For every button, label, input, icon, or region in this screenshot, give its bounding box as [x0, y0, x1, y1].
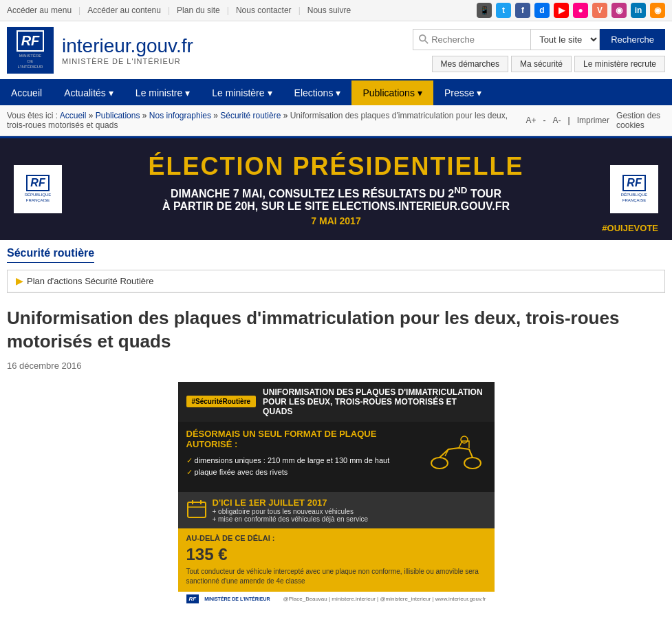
breadcrumb: Vous êtes ici : Accueil » Publications »…: [7, 111, 526, 130]
mes-demarches-button[interactable]: Mes démarches: [432, 56, 508, 72]
election-title: ÉLECTION PRÉSIDENTIELLE: [21, 152, 651, 181]
separator: |: [568, 116, 570, 125]
sidebar-nav: ▶ Plan d'actions Sécurité Routière: [7, 270, 665, 293]
top-bar: Accéder au menu | Accéder au contenu | P…: [0, 0, 672, 21]
breadcrumb-infographies[interactable]: Nos infographies: [149, 111, 211, 120]
twitter-icon[interactable]: t: [496, 3, 511, 18]
footer-logo: RF MINISTÈRE DE L'INTÉRIEUR: [186, 594, 270, 603]
mobile-icon[interactable]: 📱: [477, 3, 492, 18]
election-date: 7 MAI 2017: [21, 215, 651, 226]
ma-securite-button[interactable]: Ma sécurité: [511, 56, 572, 72]
dailymotion-icon[interactable]: d: [534, 3, 550, 18]
breadcrumb-home[interactable]: Accueil: [60, 111, 87, 120]
bullet-1: dimensions uniques : 210 mm de large et …: [186, 455, 424, 466]
search-icon: [419, 34, 429, 44]
search-scope-select[interactable]: Tout le site: [531, 29, 600, 50]
main-nav: Accueil Actualités ▾ Le ministre ▾ Le mi…: [0, 80, 672, 105]
dropdown-arrow-elections: ▾: [336, 87, 340, 98]
footer-logo-text: MINISTÈRE DE L'INTÉRIEUR: [204, 597, 270, 601]
nav-actualites[interactable]: Actualités ▾: [53, 80, 124, 105]
infographic: #SécuritéRoutière UNIFORMISATION DES PLA…: [178, 382, 495, 606]
cookies-link[interactable]: Gestion des cookies: [616, 111, 665, 130]
election-subtitle: DIMANCHE 7 MAI, CONSULTEZ LES RÉSULTATS …: [21, 185, 651, 213]
main-content: Sécurité routière ▶ Plan d'actions Sécur…: [0, 240, 672, 627]
social-icons: 📱 t f d ▶ ● V ◉ in ◉: [477, 3, 665, 18]
svg-line-1: [425, 41, 428, 43]
penalty-label: AU-DELÀ DE CE DÉLAI :: [186, 534, 486, 542]
article-title: Uniformisation des plaques d'immatricula…: [7, 307, 665, 354]
svg-point-0: [420, 35, 426, 41]
nav-elections[interactable]: Elections ▾: [283, 80, 352, 105]
viadeo-icon[interactable]: V: [592, 3, 607, 18]
section-title-link[interactable]: Sécurité routière: [7, 247, 94, 259]
infographic-main-label: DÉSORMAIS UN SEUL FORMAT DE PLAQUE AUTOR…: [186, 429, 424, 449]
bullet-2: plaque fixée avec des rivets: [186, 466, 424, 478]
separator: -: [543, 116, 546, 125]
dropdown-arrow-ministre: ▾: [185, 87, 190, 98]
svg-point-3: [464, 458, 481, 469]
search-button[interactable]: Recherche: [600, 29, 665, 50]
nav-ministre[interactable]: Le ministre ▾: [124, 80, 201, 105]
election-logo-left: RF RÉPUBLIQUEFRANÇAISE: [14, 165, 62, 213]
sidebar-nav-item[interactable]: ▶ Plan d'actions Sécurité Routière: [8, 270, 664, 292]
svg-point-4: [461, 436, 468, 443]
breadcrumb-securite[interactable]: Sécurité routière: [220, 111, 281, 120]
separator: |: [299, 6, 301, 15]
youtube-icon[interactable]: ▶: [554, 3, 569, 18]
top-bar-links: Accéder au menu | Accéder au contenu | P…: [7, 6, 351, 15]
svg-point-2: [431, 458, 448, 469]
separator: |: [78, 6, 80, 15]
ministry-logo: RF MINISTÈREDEL'INTÉRIEUR: [7, 27, 54, 74]
topbar-link-menu[interactable]: Accéder au menu: [7, 6, 72, 15]
facebook-icon[interactable]: f: [515, 3, 530, 18]
search-input[interactable]: [429, 32, 525, 47]
flickr-icon[interactable]: ●: [573, 3, 588, 18]
site-branding: interieur.gouv.fr MINISTÈRE DE L'INTÉRIE…: [62, 35, 193, 65]
font-size-plus[interactable]: A+: [526, 116, 536, 125]
rf-logo-right: RF: [622, 175, 645, 191]
breadcrumb-right: A+ - A- | Imprimer Gestion des cookies: [526, 111, 665, 130]
infographic-footer: RF MINISTÈRE DE L'INTÉRIEUR @Place_Beauv…: [178, 592, 495, 606]
infographic-bullets: dimensions uniques : 210 mm de large et …: [186, 455, 424, 478]
linkedin-icon[interactable]: in: [631, 3, 646, 18]
nav-accueil[interactable]: Accueil: [0, 80, 53, 105]
election-hashtag: #OUIJEVOTE: [602, 223, 658, 233]
sidebar-item-label: Plan d'actions Sécurité Routière: [27, 276, 154, 286]
rss-icon[interactable]: ◉: [650, 3, 665, 18]
site-title[interactable]: interieur.gouv.fr: [62, 35, 193, 57]
moto-illustration: [424, 429, 486, 470]
breadcrumb-publications[interactable]: Publications: [96, 111, 140, 120]
dropdown-arrow-actualites: ▾: [109, 87, 113, 98]
nav-publications[interactable]: Publications ▾: [351, 80, 433, 105]
arrow-icon: ▶: [16, 276, 23, 286]
ministry-logo-text: MINISTÈREDEL'INTÉRIEUR: [18, 54, 43, 69]
site-header: RF MINISTÈREDEL'INTÉRIEUR interieur.gouv…: [0, 21, 672, 80]
print-link[interactable]: Imprimer: [577, 116, 609, 125]
font-size-minus[interactable]: A-: [553, 116, 561, 125]
breadcrumb-sep: »: [89, 111, 96, 120]
topbar-link-follow[interactable]: Nous suivre: [307, 6, 351, 15]
topbar-link-plan[interactable]: Plan du site: [177, 6, 220, 15]
dropdown-arrow-presse: ▾: [477, 87, 481, 98]
ministere-recrute-button[interactable]: Le ministère recrute: [574, 56, 665, 72]
separator: |: [227, 6, 229, 15]
nav-presse[interactable]: Presse ▾: [433, 80, 493, 105]
penalty-amount: 135 €: [186, 545, 486, 564]
nav-ministere[interactable]: Le ministère ▾: [201, 80, 283, 105]
instagram-icon[interactable]: ◉: [611, 3, 627, 18]
breadcrumb-sep: »: [283, 111, 290, 120]
infographic-body: DÉSORMAIS UN SEUL FORMAT DE PLAQUE AUTOR…: [178, 422, 495, 492]
infographic-container: #SécuritéRoutière UNIFORMISATION DES PLA…: [7, 382, 665, 606]
infographic-header: #SécuritéRoutière UNIFORMISATION DES PLA…: [178, 382, 495, 422]
deadline-detail-2: + mise en conformité des véhicules déjà …: [213, 515, 369, 523]
deadline-text: D'ICI LE 1ER JUILLET 2017: [213, 497, 369, 508]
topbar-link-contact[interactable]: Nous contacter: [236, 6, 292, 15]
breadcrumb-sep: »: [213, 111, 220, 120]
footer-social: @Place_Beauvau | ministere.interieur | @…: [283, 596, 486, 602]
infographic-penalty: AU-DELÀ DE CE DÉLAI : 135 € Tout conduct…: [178, 528, 495, 592]
breadcrumb-prefix: Vous êtes ici :: [7, 111, 60, 120]
election-logo-right: RF RÉPUBLIQUEFRANÇAISE: [610, 165, 658, 213]
topbar-link-content[interactable]: Accéder au contenu: [87, 6, 161, 15]
separator: |: [168, 6, 170, 15]
section-title: Sécurité routière: [7, 247, 94, 263]
